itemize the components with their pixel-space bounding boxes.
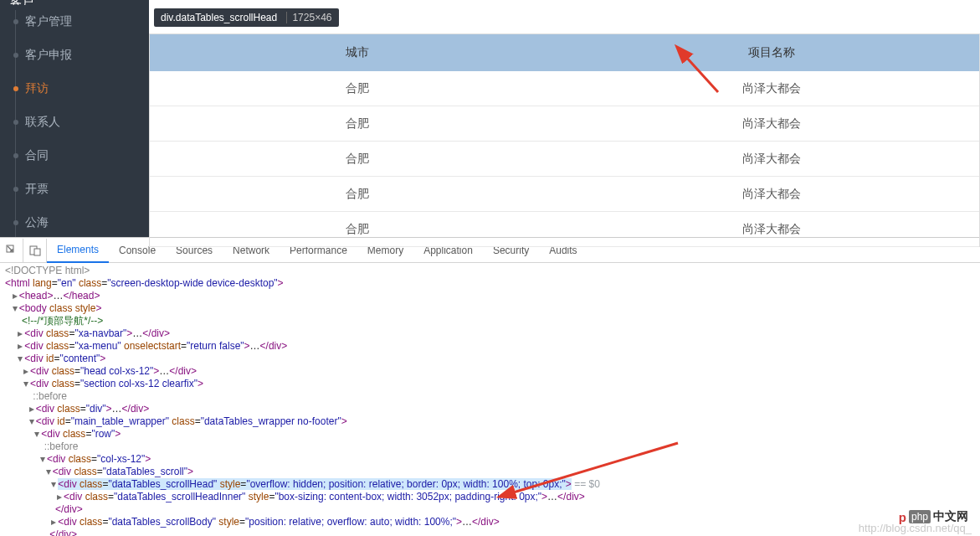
devtools-dom-tree[interactable]: <!DOCTYPE html> <html lang="en" class="s… — [0, 263, 980, 536]
expand-caret-icon[interactable]: ▸ — [22, 365, 30, 378]
sidebar-item-label: 客户管理 — [25, 14, 72, 29]
table-header-row: 城市 项目名称 — [150, 34, 979, 71]
dom-node[interactable]: <!DOCTYPE html> — [5, 265, 90, 276]
device-toolbar-icon[interactable] — [23, 239, 47, 262]
table-cell: 尚泽大都会 — [565, 222, 980, 237]
logo-cn-text: 中文网 — [933, 509, 968, 524]
eq0-indicator: == $0 — [572, 478, 600, 490]
table-cell: 尚泽大都会 — [565, 81, 980, 96]
expand-caret-icon[interactable]: ▸ — [16, 340, 24, 353]
table-row[interactable]: 合肥尚泽大都会 — [150, 71, 979, 106]
table-header-cell[interactable]: 项目名称 — [565, 45, 980, 60]
collapse-caret-icon[interactable]: ▾ — [49, 478, 58, 491]
content-area: div.dataTables_scrollHead 1725×46 城市 项目名… — [149, 0, 980, 237]
sidebar-item-label: 合同 — [25, 148, 49, 163]
collapse-caret-icon[interactable]: ▾ — [44, 466, 53, 478]
collapse-caret-icon[interactable]: ▾ — [38, 453, 47, 466]
table-cell: 合肥 — [150, 81, 565, 96]
table-cell: 尚泽大都会 — [565, 152, 980, 167]
expand-caret-icon[interactable]: ▸ — [16, 327, 24, 340]
sidebar-item-label: 开票 — [25, 182, 49, 197]
expand-caret-icon[interactable]: ▸ — [49, 516, 58, 528]
pseudo-element: ::before — [33, 390, 67, 402]
table-cell: 合肥 — [150, 116, 565, 131]
app-top: 客户 客户管理 客户申报 拜访 联系人 合同 开票 公海 div.dataTab… — [0, 0, 980, 237]
logo-p-icon: p — [899, 510, 906, 524]
table-cell: 合肥 — [150, 222, 565, 237]
collapse-caret-icon[interactable]: ▾ — [11, 302, 19, 315]
expand-caret-icon[interactable]: ▸ — [55, 491, 64, 503]
collapse-caret-icon[interactable]: ▾ — [22, 378, 30, 390]
table-row[interactable]: 合肥尚泽大都会 — [150, 106, 979, 142]
inspector-tooltip: div.dataTables_scrollHead 1725×46 — [154, 8, 339, 27]
table-cell: 合肥 — [150, 187, 565, 202]
sidebar-item-customer-manage[interactable]: 客户管理 — [0, 5, 149, 39]
sidebar-item-visit[interactable]: 拜访 — [0, 72, 149, 106]
sidebar: 客户 客户管理 客户申报 拜访 联系人 合同 开票 公海 — [0, 0, 149, 237]
table-cell: 合肥 — [150, 152, 565, 167]
table-row[interactable]: 合肥尚泽大都会 — [150, 177, 979, 212]
expand-caret-icon[interactable]: ▸ — [11, 290, 19, 302]
site-logo: p php 中文网 — [899, 509, 968, 524]
tooltip-dimensions: 1725×46 — [286, 12, 331, 23]
inspect-element-icon[interactable] — [0, 239, 23, 262]
table-cell: 尚泽大都会 — [565, 187, 980, 202]
sidebar-item-label: 客户申报 — [25, 48, 72, 63]
tab-elements[interactable]: Elements — [47, 238, 109, 263]
dom-comment: <!--/*顶部导航*/--> — [22, 315, 103, 327]
table-row[interactable]: 合肥尚泽大都会 — [150, 142, 979, 177]
svg-rect-3 — [34, 249, 40, 255]
dom-selected-node[interactable]: ▾<div class="dataTables_scrollHead" styl… — [5, 478, 980, 491]
table-row[interactable]: 合肥尚泽大都会 — [150, 212, 979, 247]
data-table: 城市 项目名称 合肥尚泽大都会 合肥尚泽大都会 合肥尚泽大都会 合肥尚泽大都会 … — [149, 34, 980, 247]
sidebar-item-label: 联系人 — [25, 115, 60, 130]
collapse-caret-icon[interactable]: ▾ — [33, 428, 41, 441]
tab-label: Elements — [57, 244, 99, 255]
tooltip-selector: div.dataTables_scrollHead — [161, 12, 277, 23]
sidebar-item-customer-declare[interactable]: 客户申报 — [0, 39, 149, 72]
collapse-caret-icon[interactable]: ▾ — [28, 415, 36, 428]
sidebar-item-contact[interactable]: 联系人 — [0, 106, 149, 139]
sidebar-list: 客户管理 客户申报 拜访 联系人 合同 开票 公海 — [0, 5, 149, 237]
sidebar-item-label: 拜访 — [25, 81, 49, 96]
table-cell: 尚泽大都会 — [565, 116, 980, 131]
sidebar-item-invoice[interactable]: 开票 — [0, 173, 149, 206]
table-header-cell[interactable]: 城市 — [150, 45, 565, 60]
collapse-caret-icon[interactable]: ▾ — [16, 353, 24, 365]
sidebar-item-sea[interactable]: 公海 — [0, 206, 149, 237]
pseudo-element: ::before — [44, 441, 79, 452]
sidebar-item-label: 公海 — [25, 215, 49, 230]
sidebar-item-contract[interactable]: 合同 — [0, 139, 149, 173]
devtools-panel: Elements Console Sources Network Perform… — [0, 237, 980, 536]
expand-caret-icon[interactable]: ▸ — [28, 403, 36, 415]
logo-php-badge: php — [909, 510, 931, 523]
